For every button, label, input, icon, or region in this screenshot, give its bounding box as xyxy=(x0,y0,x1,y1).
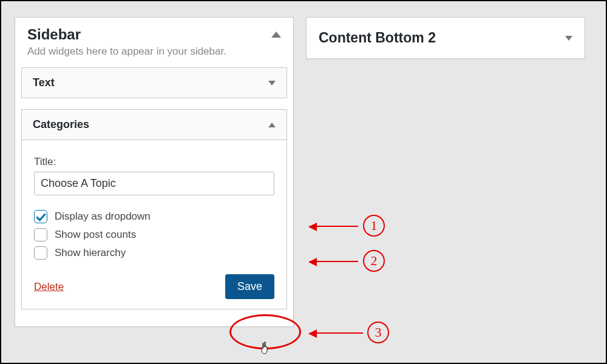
save-button[interactable]: Save xyxy=(225,274,274,299)
widget-text-title: Text xyxy=(33,76,55,89)
widget-categories-header[interactable]: Categories xyxy=(22,110,287,140)
annotation-1-arrow xyxy=(310,226,358,227)
widget-area-sidebar: Sidebar Add widgets here to appear in yo… xyxy=(15,17,294,327)
annotation-3-arrow xyxy=(310,332,363,334)
counts-checkbox-label: Show post counts xyxy=(55,229,136,241)
widget-area-content-bottom-2: Content Bottom 2 xyxy=(306,17,585,59)
widget-text: Text xyxy=(21,67,287,98)
chevron-up-icon xyxy=(271,32,281,38)
counts-checkbox[interactable] xyxy=(34,228,47,241)
widget-area-description: Add widgets here to appear in your sideb… xyxy=(15,46,293,67)
hierarchy-checkbox[interactable] xyxy=(34,246,47,260)
widget-categories-form: Title: Display as dropdown Show post cou… xyxy=(22,140,287,309)
option-hierarchy-row[interactable]: Show hierarchy xyxy=(34,246,274,260)
dropdown-checkbox-label: Display as dropdown xyxy=(55,211,151,223)
widget-area-sidebar-header[interactable]: Sidebar xyxy=(15,18,293,46)
annotation-2-arrow xyxy=(310,261,358,262)
delete-link[interactable]: Delete xyxy=(34,281,64,293)
option-counts-row[interactable]: Show post counts xyxy=(34,228,274,241)
dropdown-checkbox[interactable] xyxy=(34,210,47,223)
option-dropdown-row[interactable]: Display as dropdown xyxy=(34,210,274,223)
widget-area-title: Sidebar xyxy=(27,26,81,43)
widget-area-content-bottom-2-header[interactable]: Content Bottom 2 xyxy=(307,18,585,58)
title-label: Title: xyxy=(34,156,274,168)
content-bottom-2-title: Content Bottom 2 xyxy=(319,30,436,46)
widget-text-header[interactable]: Text xyxy=(22,68,287,98)
widget-actions: Delete Save xyxy=(34,274,274,299)
admin-widgets-page: Sidebar Add widgets here to appear in yo… xyxy=(1,1,606,363)
widget-categories: Categories Title: Display as dropdown xyxy=(21,109,287,309)
cursor-hand-icon xyxy=(261,341,272,357)
widget-list: Text Categories Title: xyxy=(15,67,293,326)
title-input[interactable] xyxy=(34,172,274,195)
widget-categories-title: Categories xyxy=(33,118,89,131)
hierarchy-checkbox-label: Show hierarchy xyxy=(55,247,126,259)
chevron-down-icon xyxy=(268,81,276,86)
chevron-up-icon xyxy=(268,123,276,127)
chevron-down-icon xyxy=(565,36,572,41)
